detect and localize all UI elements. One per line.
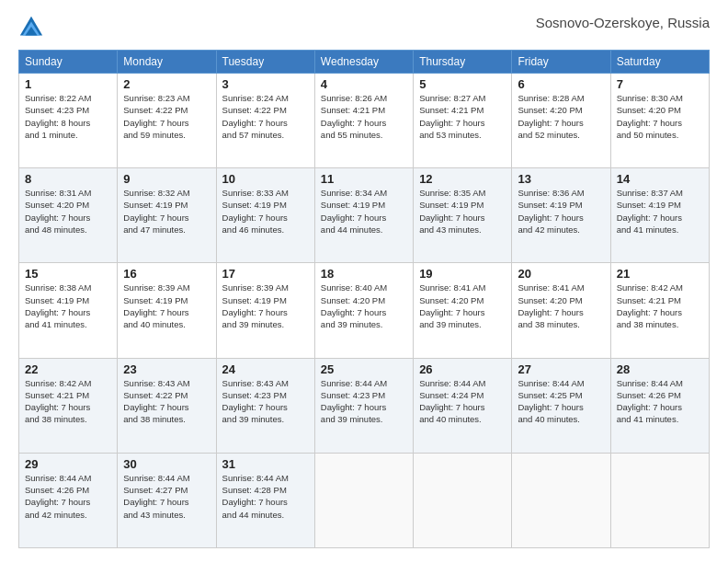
calendar-cell: 24Sunrise: 8:43 AM Sunset: 4:23 PM Dayli…	[216, 358, 314, 453]
calendar-cell: 17Sunrise: 8:39 AM Sunset: 4:19 PM Dayli…	[216, 263, 314, 358]
calendar-cell: 31Sunrise: 8:44 AM Sunset: 4:28 PM Dayli…	[216, 453, 314, 547]
day-info: Sunrise: 8:30 AM Sunset: 4:20 PM Dayligh…	[617, 92, 703, 141]
day-info: Sunrise: 8:32 AM Sunset: 4:19 PM Dayligh…	[123, 187, 210, 236]
header: Sosnovo-Ozerskoye, Russia	[18, 15, 710, 40]
day-number: 24	[222, 362, 309, 376]
day-number: 10	[222, 172, 309, 186]
day-number: 27	[518, 362, 604, 376]
day-number: 11	[321, 172, 407, 186]
calendar-cell: 7Sunrise: 8:30 AM Sunset: 4:20 PM Daylig…	[610, 74, 709, 168]
calendar-cell: 29Sunrise: 8:44 AM Sunset: 4:26 PM Dayli…	[19, 453, 118, 547]
calendar-cell: 30Sunrise: 8:44 AM Sunset: 4:27 PM Dayli…	[118, 453, 216, 547]
calendar-week-row: 22Sunrise: 8:42 AM Sunset: 4:21 PM Dayli…	[19, 358, 710, 453]
calendar-cell: 5Sunrise: 8:27 AM Sunset: 4:21 PM Daylig…	[414, 74, 512, 168]
day-info: Sunrise: 8:41 AM Sunset: 4:20 PM Dayligh…	[419, 282, 506, 330]
day-number: 31	[222, 457, 309, 471]
logo-icon	[18, 15, 44, 40]
day-info: Sunrise: 8:24 AM Sunset: 4:22 PM Dayligh…	[222, 92, 309, 141]
day-number: 22	[25, 362, 111, 376]
calendar-cell: 11Sunrise: 8:34 AM Sunset: 4:19 PM Dayli…	[314, 168, 413, 263]
day-info: Sunrise: 8:38 AM Sunset: 4:19 PM Dayligh…	[25, 282, 111, 330]
calendar-cell: 15Sunrise: 8:38 AM Sunset: 4:19 PM Dayli…	[19, 263, 118, 358]
calendar-cell: 2Sunrise: 8:23 AM Sunset: 4:22 PM Daylig…	[118, 74, 216, 168]
calendar-cell: 12Sunrise: 8:35 AM Sunset: 4:19 PM Dayli…	[414, 168, 512, 263]
calendar-cell: 22Sunrise: 8:42 AM Sunset: 4:21 PM Dayli…	[19, 358, 118, 453]
calendar-cell: 25Sunrise: 8:44 AM Sunset: 4:23 PM Dayli…	[314, 358, 413, 453]
day-info: Sunrise: 8:27 AM Sunset: 4:21 PM Dayligh…	[419, 92, 506, 141]
calendar-cell: 14Sunrise: 8:37 AM Sunset: 4:19 PM Dayli…	[610, 168, 709, 263]
calendar-cell: 16Sunrise: 8:39 AM Sunset: 4:19 PM Dayli…	[118, 263, 216, 358]
calendar-week-row: 1Sunrise: 8:22 AM Sunset: 4:23 PM Daylig…	[19, 74, 710, 168]
calendar-cell: 6Sunrise: 8:28 AM Sunset: 4:20 PM Daylig…	[512, 74, 610, 168]
calendar-cell: 4Sunrise: 8:26 AM Sunset: 4:21 PM Daylig…	[314, 74, 413, 168]
title-block: Sosnovo-Ozerskoye, Russia	[536, 15, 710, 30]
day-info: Sunrise: 8:37 AM Sunset: 4:19 PM Dayligh…	[617, 187, 703, 236]
calendar-week-row: 8Sunrise: 8:31 AM Sunset: 4:20 PM Daylig…	[19, 168, 710, 263]
page: Sosnovo-Ozerskoye, Russia SundayMondayTu…	[0, 0, 728, 563]
day-number: 28	[617, 362, 703, 376]
day-info: Sunrise: 8:43 AM Sunset: 4:23 PM Dayligh…	[222, 377, 309, 426]
calendar: SundayMondayTuesdayWednesdayThursdayFrid…	[18, 50, 710, 548]
calendar-cell: 27Sunrise: 8:44 AM Sunset: 4:25 PM Dayli…	[512, 358, 610, 453]
calendar-cell: 18Sunrise: 8:40 AM Sunset: 4:20 PM Dayli…	[314, 263, 413, 358]
calendar-cell	[512, 453, 610, 547]
day-info: Sunrise: 8:44 AM Sunset: 4:23 PM Dayligh…	[321, 377, 407, 426]
calendar-cell	[414, 453, 512, 547]
calendar-cell: 1Sunrise: 8:22 AM Sunset: 4:23 PM Daylig…	[19, 74, 118, 168]
day-number: 16	[123, 267, 210, 281]
calendar-body: 1Sunrise: 8:22 AM Sunset: 4:23 PM Daylig…	[19, 74, 710, 548]
day-info: Sunrise: 8:22 AM Sunset: 4:23 PM Dayligh…	[25, 92, 111, 141]
location: Sosnovo-Ozerskoye, Russia	[536, 15, 710, 30]
day-number: 17	[222, 267, 309, 281]
calendar-cell	[610, 453, 709, 547]
day-number: 9	[123, 172, 210, 186]
day-number: 29	[25, 457, 111, 471]
day-info: Sunrise: 8:39 AM Sunset: 4:19 PM Dayligh…	[123, 282, 210, 330]
day-number: 20	[518, 267, 604, 281]
day-info: Sunrise: 8:39 AM Sunset: 4:19 PM Dayligh…	[222, 282, 309, 330]
day-info: Sunrise: 8:35 AM Sunset: 4:19 PM Dayligh…	[419, 187, 506, 236]
day-number: 7	[617, 77, 703, 91]
day-info: Sunrise: 8:28 AM Sunset: 4:20 PM Dayligh…	[518, 92, 604, 141]
logo	[18, 15, 48, 40]
calendar-week-row: 29Sunrise: 8:44 AM Sunset: 4:26 PM Dayli…	[19, 453, 710, 547]
calendar-cell: 19Sunrise: 8:41 AM Sunset: 4:20 PM Dayli…	[414, 263, 512, 358]
day-info: Sunrise: 8:44 AM Sunset: 4:25 PM Dayligh…	[518, 377, 604, 426]
day-number: 23	[123, 362, 210, 376]
day-info: Sunrise: 8:40 AM Sunset: 4:20 PM Dayligh…	[321, 282, 407, 330]
day-number: 30	[123, 457, 210, 471]
day-number: 21	[617, 267, 703, 281]
day-of-week-header: Saturday	[610, 51, 709, 74]
day-number: 1	[25, 77, 111, 91]
day-info: Sunrise: 8:36 AM Sunset: 4:19 PM Dayligh…	[518, 187, 604, 236]
day-number: 3	[222, 77, 309, 91]
day-of-week-header: Sunday	[19, 51, 118, 74]
day-of-week-header: Monday	[118, 51, 216, 74]
day-info: Sunrise: 8:42 AM Sunset: 4:21 PM Dayligh…	[617, 282, 703, 330]
calendar-cell: 13Sunrise: 8:36 AM Sunset: 4:19 PM Dayli…	[512, 168, 610, 263]
day-info: Sunrise: 8:44 AM Sunset: 4:27 PM Dayligh…	[123, 472, 210, 521]
day-of-week-header: Tuesday	[216, 51, 314, 74]
day-number: 6	[518, 77, 604, 91]
calendar-cell: 21Sunrise: 8:42 AM Sunset: 4:21 PM Dayli…	[610, 263, 709, 358]
calendar-cell	[314, 453, 413, 547]
calendar-cell: 23Sunrise: 8:43 AM Sunset: 4:22 PM Dayli…	[118, 358, 216, 453]
calendar-cell: 28Sunrise: 8:44 AM Sunset: 4:26 PM Dayli…	[610, 358, 709, 453]
day-info: Sunrise: 8:33 AM Sunset: 4:19 PM Dayligh…	[222, 187, 309, 236]
day-info: Sunrise: 8:44 AM Sunset: 4:24 PM Dayligh…	[419, 377, 506, 426]
day-number: 2	[123, 77, 210, 91]
day-number: 12	[419, 172, 506, 186]
day-number: 26	[419, 362, 506, 376]
calendar-cell: 20Sunrise: 8:41 AM Sunset: 4:20 PM Dayli…	[512, 263, 610, 358]
day-of-week-header: Wednesday	[314, 51, 413, 74]
calendar-cell: 26Sunrise: 8:44 AM Sunset: 4:24 PM Dayli…	[414, 358, 512, 453]
day-info: Sunrise: 8:44 AM Sunset: 4:26 PM Dayligh…	[617, 377, 703, 426]
calendar-cell: 9Sunrise: 8:32 AM Sunset: 4:19 PM Daylig…	[118, 168, 216, 263]
day-info: Sunrise: 8:23 AM Sunset: 4:22 PM Dayligh…	[123, 92, 210, 141]
day-info: Sunrise: 8:34 AM Sunset: 4:19 PM Dayligh…	[321, 187, 407, 236]
calendar-cell: 3Sunrise: 8:24 AM Sunset: 4:22 PM Daylig…	[216, 74, 314, 168]
day-number: 19	[419, 267, 506, 281]
calendar-cell: 8Sunrise: 8:31 AM Sunset: 4:20 PM Daylig…	[19, 168, 118, 263]
calendar-week-row: 15Sunrise: 8:38 AM Sunset: 4:19 PM Dayli…	[19, 263, 710, 358]
day-number: 14	[617, 172, 703, 186]
